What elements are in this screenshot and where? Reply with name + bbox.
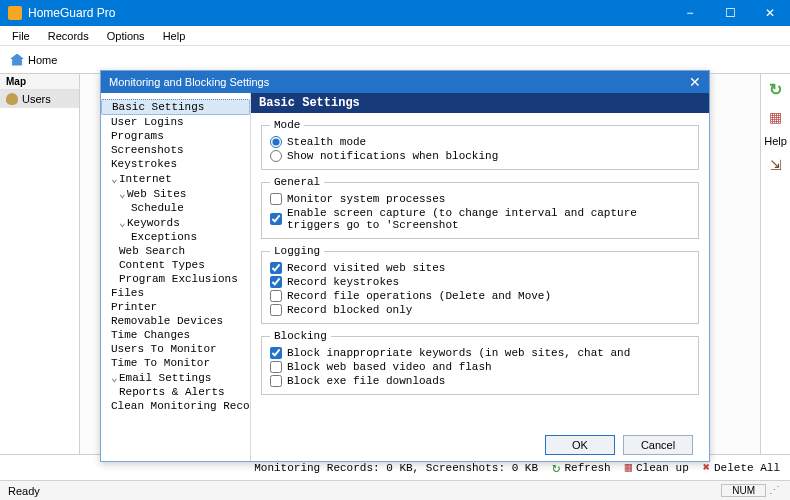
pin-icon[interactable]: ⇲: [770, 157, 782, 173]
record-blocked-label: Record blocked only: [287, 304, 412, 316]
monitor-sys-label: Monitor system processes: [287, 193, 445, 205]
settings-tree: Basic Settings User Logins Programs Scre…: [101, 93, 251, 461]
user-icon: [6, 93, 18, 105]
tree-reports[interactable]: Reports & Alerts: [101, 385, 250, 399]
users-item[interactable]: Users: [0, 90, 79, 108]
right-toolbar: ↻ ▦ Help ⇲: [760, 74, 790, 454]
app-icon: [8, 6, 22, 20]
tree-printer[interactable]: Printer: [101, 300, 250, 314]
app-title: HomeGuard Pro: [28, 6, 670, 20]
dialog-close-button[interactable]: ✕: [689, 74, 701, 90]
tree-files[interactable]: Files: [101, 286, 250, 300]
tree-basic-settings[interactable]: Basic Settings: [101, 99, 250, 115]
menu-help[interactable]: Help: [155, 28, 194, 44]
main-area: Monitoring and Blocking Settings ✕ Basic…: [80, 74, 760, 454]
minimize-button[interactable]: −: [670, 0, 710, 26]
mode-group: Mode Stealth mode Show notifications whe…: [261, 119, 699, 170]
general-legend: General: [270, 176, 324, 188]
chevron-down-icon: ⌄: [111, 172, 119, 185]
tree-keywords[interactable]: ⌄Keywords: [101, 215, 250, 230]
tree-content-types[interactable]: Content Types: [101, 258, 250, 272]
tree-removable[interactable]: Removable Devices: [101, 314, 250, 328]
menu-file[interactable]: File: [4, 28, 38, 44]
notif-label: Show notifications when blocking: [287, 150, 498, 162]
record-sites-check[interactable]: [270, 262, 282, 274]
tree-time-changes[interactable]: Time Changes: [101, 328, 250, 342]
calendar-icon[interactable]: ▦: [769, 109, 782, 125]
tree-web-sites[interactable]: ⌄Web Sites: [101, 186, 250, 201]
left-panel: Map Users: [0, 74, 80, 454]
settings-dialog: Monitoring and Blocking Settings ✕ Basic…: [100, 70, 710, 462]
tree-clean-records[interactable]: Clean Monitoring Records: [101, 399, 250, 413]
tree-exceptions[interactable]: Exceptions: [101, 230, 250, 244]
tree-program-exclusions[interactable]: Program Exclusions: [101, 272, 250, 286]
delete-icon: ✖: [703, 460, 710, 475]
notif-radio[interactable]: [270, 150, 282, 162]
records-status: Monitoring Records: 0 KB, Screenshots: 0…: [254, 462, 538, 474]
tree-time-to-monitor[interactable]: Time To Monitor: [101, 356, 250, 370]
statusbar: Ready NUM ⋰: [0, 480, 790, 500]
mode-legend: Mode: [270, 119, 304, 131]
blocking-group: Blocking Block inappropriate keywords (i…: [261, 330, 699, 395]
users-label: Users: [22, 93, 51, 105]
num-indicator: NUM: [721, 484, 766, 497]
tree-internet[interactable]: ⌄Internet: [101, 171, 250, 186]
block-keywords-check[interactable]: [270, 347, 282, 359]
status-ready: Ready: [8, 485, 40, 497]
tree-programs[interactable]: Programs: [101, 129, 250, 143]
maximize-button[interactable]: ☐: [710, 0, 750, 26]
general-group: General Monitor system processes Enable …: [261, 176, 699, 239]
tree-email-settings[interactable]: ⌄Email Settings: [101, 370, 250, 385]
block-keywords-label: Block inappropriate keywords (in web sit…: [287, 347, 630, 359]
block-video-label: Block web based video and flash: [287, 361, 492, 373]
tree-user-logins[interactable]: User Logins: [101, 115, 250, 129]
chevron-down-icon: ⌄: [119, 216, 127, 229]
block-exe-label: Block exe file downloads: [287, 375, 445, 387]
logging-legend: Logging: [270, 245, 324, 257]
record-sites-label: Record visited web sites: [287, 262, 445, 274]
tree-keystrokes[interactable]: Keystrokes: [101, 157, 250, 171]
record-keys-label: Record keystrokes: [287, 276, 399, 288]
dialog-titlebar: Monitoring and Blocking Settings ✕: [101, 71, 709, 93]
dialog-content: Basic Settings Mode Stealth mode Show no…: [251, 93, 709, 461]
stealth-radio[interactable]: [270, 136, 282, 148]
cancel-button[interactable]: Cancel: [623, 435, 693, 455]
close-button[interactable]: ✕: [750, 0, 790, 26]
delete-all-button[interactable]: ✖Delete All: [703, 460, 780, 475]
ok-button[interactable]: OK: [545, 435, 615, 455]
help-label[interactable]: Help: [764, 135, 787, 147]
block-exe-check[interactable]: [270, 375, 282, 387]
record-keys-check[interactable]: [270, 276, 282, 288]
menubar: File Records Options Help: [0, 26, 790, 46]
record-blocked-check[interactable]: [270, 304, 282, 316]
home-label: Home: [28, 54, 57, 66]
block-video-check[interactable]: [270, 361, 282, 373]
refresh-icon[interactable]: ↻: [769, 80, 782, 99]
menu-records[interactable]: Records: [40, 28, 97, 44]
resize-grip-icon: ⋰: [766, 484, 782, 497]
cleanup-icon: ▦: [625, 460, 632, 475]
tree-schedule[interactable]: Schedule: [101, 201, 250, 215]
record-fileops-label: Record file operations (Delete and Move): [287, 290, 551, 302]
record-fileops-check[interactable]: [270, 290, 282, 302]
logging-group: Logging Record visited web sites Record …: [261, 245, 699, 324]
chevron-down-icon: ⌄: [111, 371, 119, 384]
section-header: Basic Settings: [251, 93, 709, 113]
monitor-sys-check[interactable]: [270, 193, 282, 205]
tree-screenshots[interactable]: Screenshots: [101, 143, 250, 157]
menu-options[interactable]: Options: [99, 28, 153, 44]
chevron-down-icon: ⌄: [119, 187, 127, 200]
home-icon: [10, 54, 24, 66]
dialog-title-text: Monitoring and Blocking Settings: [109, 76, 689, 88]
tree-web-search[interactable]: Web Search: [101, 244, 250, 258]
cleanup-button[interactable]: ▦Clean up: [625, 460, 689, 475]
enable-capture-label: Enable screen capture (to change interva…: [287, 207, 690, 231]
home-button[interactable]: Home: [0, 51, 67, 69]
stealth-label: Stealth mode: [287, 136, 366, 148]
titlebar: HomeGuard Pro − ☐ ✕: [0, 0, 790, 26]
map-header: Map: [0, 74, 79, 90]
tree-users-to-monitor[interactable]: Users To Monitor: [101, 342, 250, 356]
enable-capture-check[interactable]: [270, 213, 282, 225]
blocking-legend: Blocking: [270, 330, 331, 342]
